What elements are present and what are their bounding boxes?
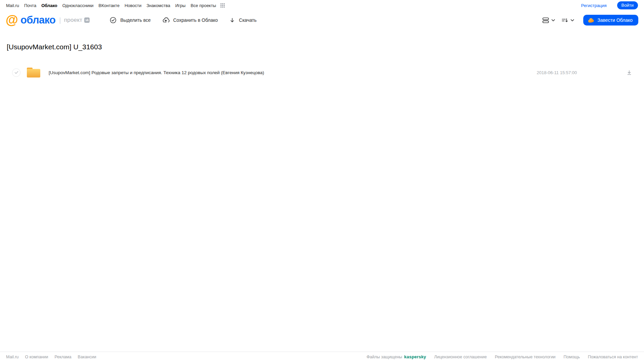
cloud-upload-icon (162, 17, 169, 23)
rows-view-icon (542, 17, 549, 23)
portal-link-all-projects[interactable]: Все проекты (191, 3, 216, 8)
portal-link-mailru[interactable]: Mail.ru (6, 3, 19, 8)
register-link[interactable]: Регистрация (581, 3, 607, 8)
arrow-down-icon (229, 17, 235, 23)
create-cloud-label: Завести Облако (597, 17, 633, 23)
file-name: [UsupovMarket.com] Родовые запреты и пре… (49, 70, 530, 75)
portal-link-mail[interactable]: Почта (24, 3, 36, 8)
page-title: [UsupovMarket.com] U_31603 (7, 43, 644, 51)
portal-link-odnoklassniki[interactable]: Одноклассники (62, 3, 94, 8)
main-content: [UsupovMarket.com] U_31603 (0, 30, 644, 352)
create-cloud-button[interactable]: Завести Облако (583, 15, 638, 25)
mailru-at-icon: @ (6, 13, 18, 26)
file-list: [UsupovMarket.com] Родовые запреты и пре… (0, 63, 644, 82)
select-all-button[interactable]: Выделить все (110, 17, 151, 23)
footer-right-links: Файлы защищены kaspersky Лицензионное со… (366, 354, 638, 359)
save-to-cloud-button[interactable]: Сохранить в Облако (162, 17, 218, 23)
header-right-controls: Завести Облако (542, 15, 638, 25)
chevron-down-icon (551, 19, 555, 21)
logo-divider: | (59, 16, 61, 24)
header: @ облако | проект vk Выделить все Сохран… (0, 10, 644, 30)
apps-grid-icon[interactable] (220, 3, 225, 8)
footer-link-report-content[interactable]: Пожаловаться на контент (588, 355, 638, 359)
check-circle-icon (110, 17, 116, 23)
download-icon[interactable] (627, 70, 632, 75)
file-row[interactable]: [UsupovMarket.com] Родовые запреты и пре… (0, 63, 644, 82)
footer-link-about[interactable]: О компании (25, 355, 48, 359)
file-date: 2018-06-11 15:57:00 (537, 70, 577, 75)
kaspersky-logo: kaspersky (404, 354, 426, 359)
portal-link-dating[interactable]: Знакомства (146, 3, 170, 8)
sort-arrow-icon (561, 18, 568, 23)
download-button[interactable]: Скачать (229, 17, 257, 23)
portal-link-cloud[interactable]: Облако (41, 3, 57, 8)
footer: Mail.ru О компании Реклама Вакансии Файл… (0, 352, 644, 362)
portal-link-vkontakte[interactable]: ВКонтакте (99, 3, 120, 8)
footer-left-links: Mail.ru О компании Реклама Вакансии (6, 355, 96, 359)
chevron-down-icon (571, 19, 574, 21)
login-button[interactable]: Войти (617, 1, 638, 9)
cloud-icon (588, 18, 594, 23)
toolbar: Выделить все Сохранить в Облако Скачать (110, 17, 256, 23)
folder-icon (26, 66, 41, 79)
logo-project-label: проект (64, 17, 83, 23)
portal-link-games[interactable]: Игры (175, 3, 186, 8)
sort-dropdown[interactable] (561, 16, 575, 24)
kaspersky-protection: Файлы защищены kaspersky (366, 354, 426, 359)
footer-link-jobs[interactable]: Вакансии (78, 355, 96, 359)
download-label: Скачать (239, 17, 257, 23)
select-all-label: Выделить все (120, 17, 151, 23)
footer-link-mailru[interactable]: Mail.ru (6, 355, 19, 359)
footer-link-license[interactable]: Лицензионное соглашение (434, 355, 487, 359)
row-checkbox[interactable] (12, 68, 20, 77)
portal-nav: Mail.ru Почта Облако Одноклассники ВКонт… (0, 0, 644, 10)
cloud-logo[interactable]: @ облако | проект vk (6, 14, 90, 26)
portal-link-news[interactable]: Новости (125, 3, 141, 8)
footer-link-help[interactable]: Помощь (563, 355, 580, 359)
logo-wordmark: облако (20, 14, 55, 26)
save-to-cloud-label: Сохранить в Облако (173, 17, 218, 23)
view-mode-dropdown[interactable] (542, 16, 556, 24)
footer-link-recommendation-tech[interactable]: Рекомендательные технологии (495, 355, 555, 359)
vk-logo-icon: vk (84, 17, 90, 23)
footer-link-ads[interactable]: Реклама (54, 355, 71, 359)
protected-label: Файлы защищены (366, 355, 402, 359)
